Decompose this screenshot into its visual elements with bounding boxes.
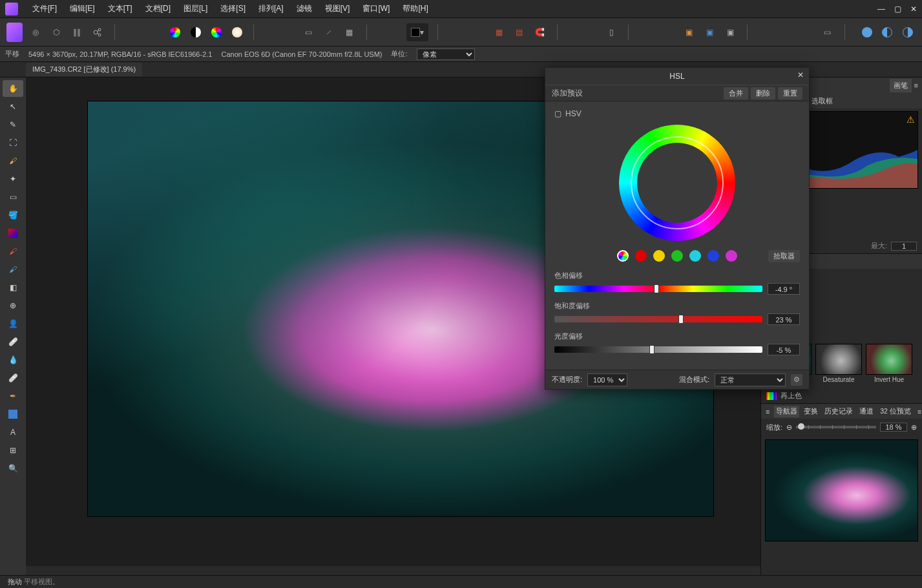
shape-intersect-icon[interactable] [879, 23, 895, 41]
shape-subtract-icon[interactable] [900, 23, 916, 41]
swatch-all[interactable] [617, 250, 629, 262]
preset-invert-hue[interactable]: Invert Hue [866, 344, 912, 384]
blend-mode-select[interactable]: 正常 [715, 373, 786, 386]
shape-circle-icon[interactable] [859, 23, 875, 41]
reset-button[interactable]: 重置 [778, 87, 802, 100]
max-input[interactable] [891, 242, 917, 251]
swatch-red[interactable] [635, 250, 647, 262]
assistant-icon[interactable]: ▯ [603, 23, 619, 41]
hue-slider[interactable] [554, 286, 762, 292]
delete-button[interactable]: 删除 [751, 87, 775, 100]
hand-tool-icon[interactable]: ✋ [3, 80, 23, 97]
gear-icon[interactable]: ⚙ [791, 374, 802, 386]
panel-menu-icon[interactable]: ≡ [914, 81, 918, 89]
tab-transform[interactable]: 变换 [802, 406, 820, 417]
patch-tool-icon[interactable]: 🩹 [3, 370, 23, 386]
tab-channels[interactable]: 通道 [857, 406, 875, 417]
tab-navigator[interactable]: 导航器 [774, 406, 799, 417]
marquee-grid-icon[interactable]: ▦ [342, 23, 357, 41]
tab-history[interactable]: 历史记录 [822, 406, 855, 417]
menu-view[interactable]: 视图[V] [319, 1, 357, 17]
marquee-diag-icon[interactable]: ⟋ [321, 23, 337, 41]
inpaint-tool-icon[interactable]: 👤 [3, 315, 23, 332]
bw-adjust-icon[interactable] [188, 23, 204, 41]
persona-photo-icon[interactable] [6, 23, 23, 42]
marquee-rect-icon[interactable]: ▭ [300, 23, 316, 41]
clone-tool-icon[interactable]: ⊕ [3, 297, 23, 314]
gradient-tool-icon[interactable] [3, 225, 23, 242]
close-icon[interactable]: ✕ [797, 70, 804, 79]
merge-button[interactable]: 合并 [724, 87, 748, 100]
hsl-adjust-icon[interactable] [209, 23, 224, 41]
swatch-magenta[interactable] [726, 250, 737, 262]
mesh-tool-icon[interactable]: ⊞ [3, 442, 23, 459]
horizontal-scrollbar[interactable] [26, 566, 760, 575]
menu-help[interactable]: 帮助[H] [396, 1, 434, 17]
document-tab[interactable]: IMG_7439.CR2 [已修改] (17.9%) [26, 63, 142, 76]
menu-arrange[interactable]: 排列[A] [252, 1, 290, 17]
lightness-value[interactable]: -5 % [768, 344, 800, 355]
persona-export-icon[interactable] [90, 23, 105, 41]
hsl-panel-title[interactable]: HSL ✕ [545, 68, 809, 85]
unit-select[interactable]: 像素 [417, 48, 475, 60]
nav-menu-icon[interactable]: ≡ [916, 406, 922, 417]
menu-filter[interactable]: 滤镜 [290, 1, 319, 17]
add-preset-button[interactable]: 添加预设 [552, 88, 721, 99]
window-close-icon[interactable]: ✕ [910, 5, 917, 14]
menu-layer[interactable]: 图层[L] [177, 1, 214, 17]
eyedropper-tool-icon[interactable]: ✎ [3, 116, 23, 133]
persona-develop-icon[interactable]: ⬡ [48, 23, 64, 41]
quickmask-icon[interactable]: ▭ [820, 23, 835, 41]
text-tool-icon[interactable]: A [3, 424, 23, 441]
pen-tool-icon[interactable]: ✒ [3, 388, 23, 404]
arrange-back-icon[interactable]: ▣ [682, 23, 697, 41]
saturation-value[interactable]: 23 % [768, 313, 800, 325]
color-picker-button[interactable]: 拾取器 [768, 250, 800, 262]
foreground-color-swatch[interactable]: ▾ [406, 23, 428, 41]
lut-adjust-icon[interactable] [229, 23, 245, 41]
swatch-yellow[interactable] [653, 250, 665, 262]
hsv-checkbox[interactable]: ▢ [554, 109, 561, 118]
blur-tool-icon[interactable]: 💧 [3, 352, 23, 368]
arrange-group-icon[interactable]: ▣ [723, 23, 739, 41]
tab-marquee[interactable]: 选取框 [808, 94, 837, 108]
persona-liquify-icon[interactable]: ◎ [28, 23, 43, 41]
saturation-slider[interactable] [554, 316, 762, 322]
magnet-snap-icon[interactable]: 🧲 [532, 23, 548, 41]
selection-brush-icon[interactable]: 🖌 [3, 152, 23, 169]
arrange-front-icon[interactable]: ▣ [702, 23, 718, 41]
window-maximize-icon[interactable]: ▢ [894, 5, 901, 14]
preset-desaturate[interactable]: Desaturate [815, 344, 862, 384]
persona-tone-icon[interactable]: ∥∥ [69, 23, 85, 41]
zoom-out-icon[interactable]: ⊖ [786, 423, 792, 432]
eraser-tool-icon[interactable]: ◧ [3, 279, 23, 296]
clipping-warning-icon[interactable]: ⚠ [906, 114, 915, 125]
nav-handle-icon[interactable]: ≡ [764, 406, 771, 417]
pixel-brush-icon[interactable]: 🖌 [3, 261, 23, 278]
swatch-green[interactable] [671, 250, 683, 262]
menu-select[interactable]: 选择[S] [214, 1, 252, 17]
zoom-slider[interactable] [796, 426, 876, 428]
menu-window[interactable]: 窗口[W] [356, 1, 396, 17]
heal-tool-icon[interactable]: 🩹 [3, 333, 23, 350]
move-tool-icon[interactable]: ↖ [3, 98, 23, 115]
recolor-row[interactable]: 再上色 [761, 388, 922, 403]
color-wheel-icon[interactable] [167, 23, 183, 41]
menu-text[interactable]: 文本[T] [101, 1, 139, 17]
rectangle-tool-icon[interactable] [3, 406, 23, 423]
menu-edit[interactable]: 编辑[E] [63, 1, 101, 17]
swatch-blue[interactable] [707, 250, 719, 262]
brush-tool-icon[interactable]: 🖌 [3, 243, 23, 260]
marquee-tool-icon[interactable]: ▭ [3, 189, 23, 205]
zoom-in-icon[interactable]: ⊕ [911, 423, 917, 432]
lightness-slider[interactable] [554, 346, 762, 353]
flood-select-icon[interactable]: ✦ [3, 171, 23, 187]
tab-32bit[interactable]: 32 位预览 [878, 406, 913, 417]
tab-brush[interactable]: 画笔 [890, 79, 912, 92]
menu-document[interactable]: 文档[D] [139, 1, 177, 17]
swatch-cyan[interactable] [689, 250, 701, 262]
zoom-tool-icon[interactable]: 🔍 [3, 460, 23, 477]
opacity-select[interactable]: 100 % [587, 373, 627, 386]
crop-tool-icon[interactable]: ⛶ [3, 134, 23, 151]
hue-wheel[interactable] [619, 125, 735, 241]
